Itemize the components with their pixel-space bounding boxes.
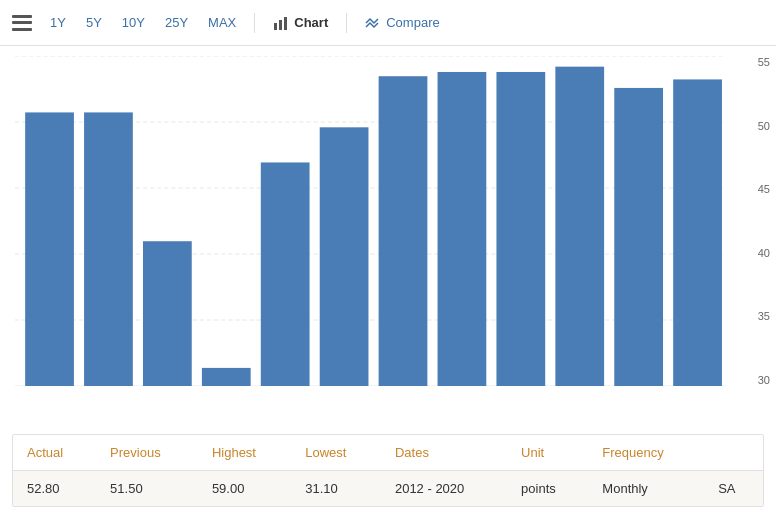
time-period-max[interactable]: MAX xyxy=(200,11,244,34)
header-lowest: Lowest xyxy=(291,435,381,471)
stats-table-wrap: Actual Previous Highest Lowest Dates Uni… xyxy=(12,434,764,507)
stats-header-row: Actual Previous Highest Lowest Dates Uni… xyxy=(13,435,763,471)
toolbar: 1Y 5Y 10Y 25Y MAX Chart Compare xyxy=(0,0,776,46)
y-label-35: 35 xyxy=(758,310,770,322)
separator2 xyxy=(346,13,347,33)
y-label-50: 50 xyxy=(758,120,770,132)
bar-6 xyxy=(320,127,369,386)
y-label-55: 55 xyxy=(758,56,770,68)
value-lowest: 31.10 xyxy=(291,471,381,507)
value-extra: SA xyxy=(704,471,763,507)
value-highest: 59.00 xyxy=(198,471,291,507)
value-actual: 52.80 xyxy=(13,471,96,507)
svg-rect-1 xyxy=(279,20,282,30)
bar-7 xyxy=(379,76,428,386)
header-extra xyxy=(704,435,763,471)
chart-svg: Jan 2020 Apr 2020 Jul 2020 Oct 2020 xyxy=(15,56,726,386)
header-highest: Highest xyxy=(198,435,291,471)
time-period-5y[interactable]: 5Y xyxy=(78,11,110,34)
compare-button[interactable]: Compare xyxy=(357,11,447,35)
bar-9 xyxy=(496,72,545,386)
bar-chart-icon xyxy=(273,15,289,31)
time-period-1y[interactable]: 1Y xyxy=(42,11,74,34)
bar-11 xyxy=(614,88,663,386)
compare-label: Compare xyxy=(386,15,439,30)
y-label-30: 30 xyxy=(758,374,770,386)
grid-icon xyxy=(12,15,32,31)
svg-rect-2 xyxy=(284,17,287,30)
bar-2 xyxy=(84,112,133,386)
bar-5 xyxy=(261,162,310,386)
value-frequency: Monthly xyxy=(588,471,704,507)
time-period-10y[interactable]: 10Y xyxy=(114,11,153,34)
stats-data-row: 52.80 51.50 59.00 31.10 2012 - 2020 poin… xyxy=(13,471,763,507)
y-label-45: 45 xyxy=(758,183,770,195)
y-label-40: 40 xyxy=(758,247,770,259)
header-actual: Actual xyxy=(13,435,96,471)
header-unit: Unit xyxy=(507,435,588,471)
bar-8 xyxy=(438,72,487,386)
compare-icon xyxy=(365,15,381,31)
chart-button[interactable]: Chart xyxy=(265,11,336,35)
chart-area: Jan 2020 Apr 2020 Jul 2020 Oct 2020 55 5… xyxy=(0,46,776,426)
chart-inner: Jan 2020 Apr 2020 Jul 2020 Oct 2020 55 5… xyxy=(15,56,726,386)
bar-3 xyxy=(143,241,192,386)
header-dates: Dates xyxy=(381,435,507,471)
stats-table: Actual Previous Highest Lowest Dates Uni… xyxy=(13,435,763,506)
value-previous: 51.50 xyxy=(96,471,198,507)
value-unit: points xyxy=(507,471,588,507)
bar-10 xyxy=(555,67,604,386)
bar-4 xyxy=(202,368,251,386)
chart-label: Chart xyxy=(294,15,328,30)
header-frequency: Frequency xyxy=(588,435,704,471)
value-dates: 2012 - 2020 xyxy=(381,471,507,507)
bar-1 xyxy=(25,112,74,386)
time-period-25y[interactable]: 25Y xyxy=(157,11,196,34)
svg-rect-0 xyxy=(274,23,277,30)
header-previous: Previous xyxy=(96,435,198,471)
y-axis: 55 50 45 40 35 30 xyxy=(758,56,770,386)
bar-12 xyxy=(673,79,722,386)
separator xyxy=(254,13,255,33)
